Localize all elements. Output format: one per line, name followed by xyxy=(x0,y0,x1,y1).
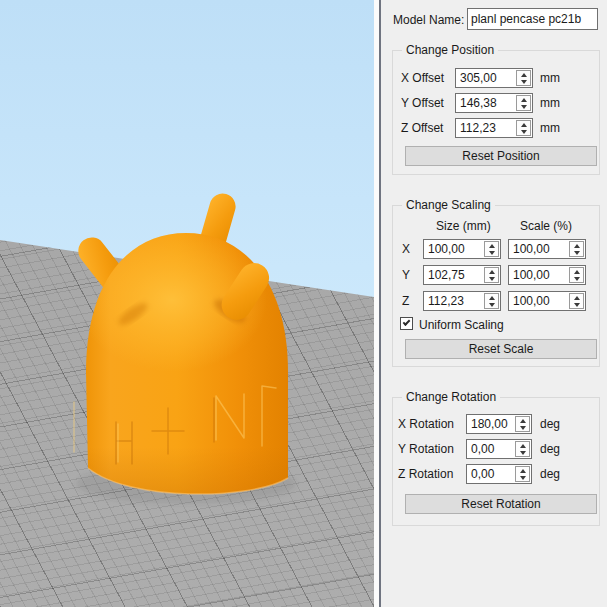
y-offset-spinner[interactable] xyxy=(516,95,531,111)
y-rotation-spinner[interactable] xyxy=(515,441,530,457)
scale-x-input[interactable]: 100,00 xyxy=(508,239,586,259)
change-scaling-title: Change Scaling xyxy=(402,198,495,212)
3d-viewport[interactable] xyxy=(0,0,374,607)
y-rotation-unit: deg xyxy=(540,442,560,456)
uniform-scaling-checkbox[interactable] xyxy=(400,317,413,330)
model-name-input[interactable]: planl pencase pc21b xyxy=(467,8,598,30)
spin-down-icon[interactable] xyxy=(489,277,495,281)
x-offset-unit: mm xyxy=(540,71,560,85)
spin-down-icon[interactable] xyxy=(520,476,526,480)
z-rotation-label: Z Rotation xyxy=(398,467,453,481)
z-offset-input[interactable]: 112,23 xyxy=(455,118,533,138)
z-offset-unit: mm xyxy=(540,121,560,135)
scale-x-axis-label: X xyxy=(402,242,410,256)
checkmark-icon xyxy=(403,318,411,326)
y-offset-unit: mm xyxy=(540,96,560,110)
model-mesh-pencase[interactable] xyxy=(0,0,374,607)
scale-column-header: Scale (%) xyxy=(520,219,572,233)
scale-z-spinner[interactable] xyxy=(569,293,584,309)
z-offset-label: Z Offset xyxy=(401,121,443,135)
scale-y-axis-label: Y xyxy=(402,268,410,282)
y-rotation-input[interactable]: 0,00 xyxy=(466,439,532,459)
size-z-spinner[interactable] xyxy=(484,293,499,309)
spin-down-icon[interactable] xyxy=(520,451,526,455)
scale-z-axis-label: Z xyxy=(402,294,409,308)
size-y-spinner[interactable] xyxy=(484,267,499,283)
size-x-input[interactable]: 100,00 xyxy=(423,239,501,259)
y-offset-label: Y Offset xyxy=(401,96,444,110)
scale-z-input[interactable]: 100,00 xyxy=(508,291,586,311)
scale-y-input[interactable]: 100,00 xyxy=(508,265,586,285)
spin-down-icon[interactable] xyxy=(489,303,495,307)
spin-down-icon[interactable] xyxy=(521,130,527,134)
scale-y-spinner[interactable] xyxy=(569,267,584,283)
reset-position-button[interactable]: Reset Position xyxy=(405,146,597,166)
x-rotation-spinner[interactable] xyxy=(515,416,530,432)
z-offset-spinner[interactable] xyxy=(516,120,531,136)
z-rotation-input[interactable]: 0,00 xyxy=(466,464,532,484)
spin-down-icon[interactable] xyxy=(489,251,495,255)
x-rotation-label: X Rotation xyxy=(398,417,454,431)
scale-x-spinner[interactable] xyxy=(569,241,584,257)
spin-up-icon[interactable] xyxy=(574,270,580,274)
size-x-spinner[interactable] xyxy=(484,241,499,257)
size-column-header: Size (mm) xyxy=(436,219,491,233)
spin-up-icon[interactable] xyxy=(489,296,495,300)
spin-down-icon[interactable] xyxy=(521,105,527,109)
y-rotation-label: Y Rotation xyxy=(398,442,454,456)
spin-down-icon[interactable] xyxy=(521,80,527,84)
change-position-title: Change Position xyxy=(402,43,498,57)
spin-up-icon[interactable] xyxy=(574,244,580,248)
spin-down-icon[interactable] xyxy=(520,426,526,430)
spin-down-icon[interactable] xyxy=(574,303,580,307)
spin-up-icon[interactable] xyxy=(574,296,580,300)
spin-up-icon[interactable] xyxy=(520,469,526,473)
spin-up-icon[interactable] xyxy=(489,244,495,248)
x-rotation-unit: deg xyxy=(540,417,560,431)
spin-up-icon[interactable] xyxy=(521,98,527,102)
reset-scale-button[interactable]: Reset Scale xyxy=(405,339,597,359)
uniform-scaling-label: Uniform Scaling xyxy=(419,318,504,332)
spin-up-icon[interactable] xyxy=(520,444,526,448)
spin-up-icon[interactable] xyxy=(521,73,527,77)
spin-down-icon[interactable] xyxy=(574,251,580,255)
model-name-label: Model Name: xyxy=(393,13,464,27)
size-z-input[interactable]: 112,23 xyxy=(423,291,501,311)
x-offset-input[interactable]: 305,00 xyxy=(455,68,533,88)
model-settings-panel: Model Name: planl pencase pc21b Change P… xyxy=(381,0,607,607)
change-rotation-title: Change Rotation xyxy=(402,390,500,404)
z-rotation-spinner[interactable] xyxy=(515,466,530,482)
spin-up-icon[interactable] xyxy=(489,270,495,274)
reset-rotation-button[interactable]: Reset Rotation xyxy=(405,494,597,514)
x-rotation-input[interactable]: 180,00 xyxy=(466,414,532,434)
spin-down-icon[interactable] xyxy=(574,277,580,281)
y-offset-input[interactable]: 146,38 xyxy=(455,93,533,113)
z-rotation-unit: deg xyxy=(540,467,560,481)
spin-up-icon[interactable] xyxy=(521,123,527,127)
spin-up-icon[interactable] xyxy=(520,419,526,423)
size-y-input[interactable]: 102,75 xyxy=(423,265,501,285)
x-offset-label: X Offset xyxy=(401,71,444,85)
x-offset-spinner[interactable] xyxy=(516,70,531,86)
